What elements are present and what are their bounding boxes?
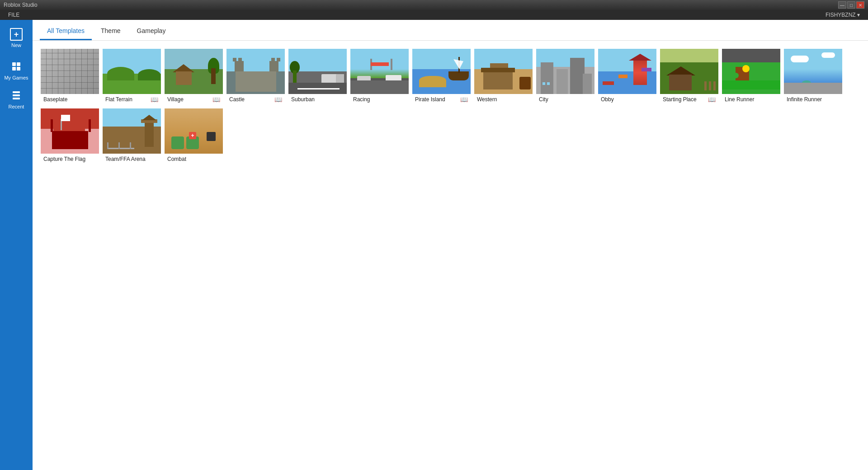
label-city: City bbox=[536, 94, 594, 105]
thumb-suburban bbox=[288, 49, 348, 94]
titlebar-controls: — □ ✕ bbox=[838, 1, 864, 9]
label-racing: Racing bbox=[350, 94, 409, 105]
titlebar-title: Roblox Studio bbox=[4, 2, 38, 8]
book-icon-flat-terrain: 📖 bbox=[151, 96, 158, 103]
label-obby: Obby bbox=[598, 94, 656, 105]
maximize-button[interactable]: □ bbox=[847, 1, 855, 9]
templates-grid: Baseplate Flat Terrain 📖 bbox=[40, 48, 861, 165]
menu-file[interactable]: FILE bbox=[5, 12, 23, 18]
menubar: FILE FISHYBZNZ ▾ bbox=[0, 10, 868, 20]
svg-rect-0 bbox=[12, 62, 16, 66]
app-layout: + New My Games bbox=[0, 20, 868, 470]
label-line-runner: Line Runner bbox=[722, 94, 780, 105]
close-button[interactable]: ✕ bbox=[856, 1, 864, 9]
thumb-team-ffa bbox=[103, 108, 162, 154]
thumb-pirate-island bbox=[412, 49, 472, 94]
template-baseplate[interactable]: Baseplate bbox=[40, 48, 100, 106]
svg-rect-6 bbox=[13, 98, 20, 99]
label-infinite-runner: Infinite Runner bbox=[784, 94, 842, 105]
thumb-racing bbox=[350, 49, 410, 94]
template-pirate-island[interactable]: Pirate Island 📖 bbox=[411, 48, 472, 106]
plus-icon: + bbox=[10, 28, 23, 41]
label-starting-place: Starting Place 📖 bbox=[660, 94, 718, 105]
tab-gameplay[interactable]: Gameplay bbox=[130, 23, 173, 40]
thumb-flat-terrain bbox=[103, 49, 162, 94]
tab-theme[interactable]: Theme bbox=[94, 23, 128, 40]
template-village[interactable]: Village 📖 bbox=[164, 48, 224, 106]
minimize-button[interactable]: — bbox=[838, 1, 846, 9]
template-capture-the-flag[interactable]: Capture The Flag bbox=[40, 108, 100, 165]
thumb-infinite-runner bbox=[784, 49, 843, 94]
template-combat[interactable]: + Combat bbox=[164, 108, 224, 165]
sidebar-item-new[interactable]: + New bbox=[1, 24, 32, 52]
template-infinite-runner[interactable]: Infinite Runner bbox=[783, 48, 843, 106]
label-pirate-island: Pirate Island 📖 bbox=[412, 94, 471, 105]
thumb-castle bbox=[226, 49, 286, 94]
book-icon-pirate: 📖 bbox=[460, 96, 468, 103]
svg-rect-5 bbox=[13, 94, 20, 96]
template-city[interactable]: City bbox=[535, 48, 595, 106]
sidebar-item-recent[interactable]: Recent bbox=[1, 86, 32, 113]
tabs-bar: All Templates Theme Gameplay bbox=[33, 20, 868, 41]
sidebar-recent-label: Recent bbox=[9, 104, 24, 110]
mygames-icon bbox=[11, 61, 22, 73]
label-baseplate: Baseplate bbox=[41, 94, 99, 105]
label-suburban: Suburban bbox=[288, 94, 347, 105]
label-capture-the-flag: Capture The Flag bbox=[41, 154, 99, 164]
recent-icon bbox=[11, 90, 22, 102]
template-starting-place[interactable]: Starting Place 📖 bbox=[659, 48, 719, 106]
thumb-line-runner bbox=[722, 49, 781, 94]
thumb-village bbox=[165, 49, 224, 94]
label-combat: Combat bbox=[165, 154, 223, 164]
template-obby[interactable]: Obby bbox=[597, 48, 657, 106]
sidebar: + New My Games bbox=[0, 20, 33, 470]
svg-rect-2 bbox=[12, 67, 16, 70]
template-western[interactable]: Western bbox=[473, 48, 533, 106]
template-team-ffa[interactable]: Team/FFA Arena bbox=[102, 108, 162, 165]
svg-rect-3 bbox=[17, 67, 20, 70]
label-flat-terrain: Flat Terrain 📖 bbox=[103, 94, 161, 105]
templates-grid-container: Baseplate Flat Terrain 📖 bbox=[33, 41, 868, 470]
thumb-combat: + bbox=[165, 108, 224, 154]
label-castle: Castle 📖 bbox=[226, 94, 285, 105]
template-castle[interactable]: Castle 📖 bbox=[226, 48, 286, 106]
thumb-western bbox=[474, 49, 533, 94]
template-racing[interactable]: Racing bbox=[349, 48, 410, 106]
thumb-city bbox=[536, 49, 595, 94]
book-icon-starting: 📖 bbox=[708, 96, 716, 103]
main-content: All Templates Theme Gameplay Baseplate bbox=[33, 20, 868, 470]
book-icon-castle: 📖 bbox=[274, 96, 282, 103]
label-team-ffa: Team/FFA Arena bbox=[103, 154, 161, 164]
titlebar: Roblox Studio — □ ✕ bbox=[0, 0, 868, 10]
thumb-starting-place bbox=[660, 49, 719, 94]
sidebar-new-label: New bbox=[11, 42, 21, 48]
svg-rect-1 bbox=[17, 62, 20, 66]
thumb-capture-the-flag bbox=[41, 108, 100, 154]
tab-all-templates[interactable]: All Templates bbox=[40, 23, 92, 40]
template-suburban[interactable]: Suburban bbox=[288, 48, 348, 106]
thumb-baseplate bbox=[41, 49, 100, 94]
template-flat-terrain[interactable]: Flat Terrain 📖 bbox=[102, 48, 162, 106]
menubar-username[interactable]: FISHYBZNZ ▾ bbox=[822, 12, 863, 18]
sidebar-mygames-label: My Games bbox=[4, 75, 28, 81]
sidebar-item-mygames[interactable]: My Games bbox=[1, 57, 32, 85]
svg-rect-4 bbox=[13, 91, 20, 93]
label-western: Western bbox=[474, 94, 533, 105]
book-icon-village: 📖 bbox=[212, 96, 220, 103]
thumb-obby bbox=[598, 49, 657, 94]
template-line-runner[interactable]: Line Runner bbox=[721, 48, 781, 106]
label-village: Village 📖 bbox=[165, 94, 223, 105]
